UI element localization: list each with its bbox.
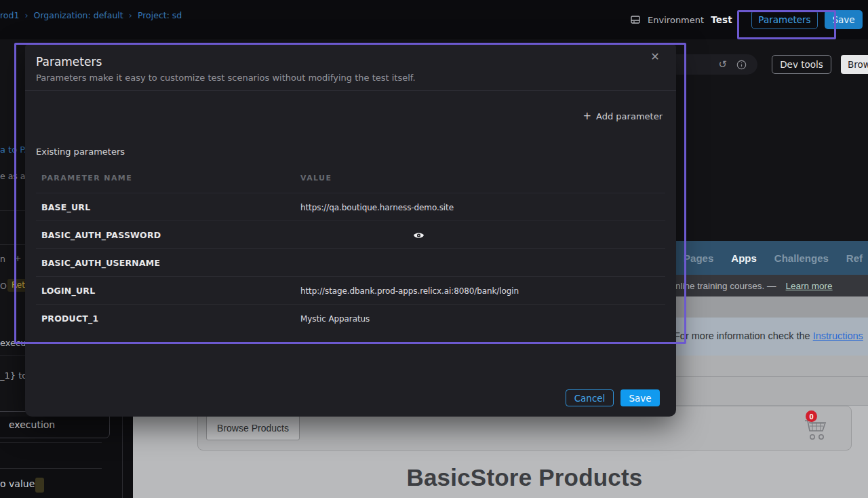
column-header-name: PARAMETER NAME [41, 174, 132, 183]
tab-reference[interactable]: Ref [846, 252, 863, 264]
learn-more-link[interactable]: Learn more [786, 281, 833, 291]
undo-icon[interactable]: ↺ [718, 60, 727, 70]
cancel-button[interactable]: Cancel [566, 389, 614, 406]
sidebar-text-fragment: e as a [0, 171, 25, 181]
parameters-table: BASE_URL https://qa.boutique.harness-dem… [36, 193, 665, 332]
modal-footer: Cancel Save [566, 389, 660, 406]
sidebar-divider [0, 244, 25, 245]
table-row[interactable]: PRODUCT_1 Mystic Apparatus [36, 305, 665, 332]
instructions-link[interactable]: Instructions [813, 330, 863, 341]
dev-tools-button[interactable]: Dev tools [772, 55, 831, 74]
eye-icon[interactable] [410, 227, 427, 244]
tab-challenges[interactable]: Challenges [774, 252, 829, 264]
modal-subtitle: Parameters make it easy to customize tes… [36, 73, 416, 83]
save-button-modal[interactable]: Save [620, 389, 660, 406]
table-row[interactable]: LOGIN_URL http://stage.dbank.prod-apps.r… [36, 277, 665, 305]
sidebar-text-fragment: O [0, 281, 7, 291]
parameter-name: BASIC_AUTH_USERNAME [41, 258, 160, 268]
value-highlight-chip [35, 478, 44, 493]
chevron-right-icon: › [129, 10, 132, 20]
parameters-modal: ✕ Parameters Parameters make it easy to … [25, 45, 676, 417]
close-icon[interactable]: ✕ [648, 49, 663, 64]
execution-dropdown-label: execution [2, 419, 55, 430]
breadcrumb-item-organization[interactable]: Organization: default [34, 10, 123, 20]
store-heading: BasicStore Products [197, 464, 852, 491]
tab-apps[interactable]: Apps [731, 252, 757, 264]
environment-value[interactable]: Test [711, 14, 732, 25]
parameters-button[interactable]: Parameters [751, 10, 818, 29]
plus-icon[interactable]: + [14, 253, 21, 263]
panel-vertical-divider [122, 417, 123, 498]
table-row[interactable]: BASE_URL https://qa.boutique.harness-dem… [36, 193, 665, 221]
history-toolbar: ↺ [665, 54, 757, 75]
sidebar-link-fragment[interactable]: a to P. [0, 145, 26, 155]
browser-button[interactable]: Brow [841, 55, 868, 74]
table-row[interactable]: BASIC_AUTH_PASSWORD [36, 221, 665, 249]
browse-products-button[interactable]: Browse Products [206, 415, 300, 440]
add-parameter-label: Add parameter [596, 111, 663, 121]
add-parameter-button[interactable]: + Add parameter [583, 110, 663, 122]
left-panel: execution o value [0, 417, 133, 498]
instructions-text: For more information check the [674, 330, 813, 341]
parameters-table-header: PARAMETER NAME VALUE [25, 174, 676, 193]
top-bar: rod1 › Organization: default › Project: … [0, 0, 868, 39]
panel-divider [0, 468, 102, 469]
value-label-fragment: o value [0, 478, 35, 489]
chevron-right-icon: › [24, 10, 28, 20]
banner-text: nline training courses. — [675, 281, 776, 291]
save-button-top[interactable]: Save [825, 10, 863, 29]
sidebar-text-fragment: n [0, 254, 5, 264]
parameter-value: https://qa.boutique.harness-demo.site [300, 203, 454, 212]
parameter-name: PRODUCT_1 [41, 313, 98, 324]
parameter-name: BASE_URL [41, 202, 90, 212]
breadcrumb-item-project[interactable]: Project: sd [138, 10, 182, 20]
parameter-value: http://stage.dbank.prod-apps.relicx.ai:8… [300, 286, 519, 296]
sidebar-divider [0, 210, 25, 211]
breadcrumb-item-account[interactable]: rod1 [0, 10, 19, 20]
store-tabs: Pages Apps Challenges Ref [684, 241, 863, 275]
cart-badge: 0 [806, 410, 817, 422]
sidebar-divider [0, 355, 25, 356]
panel-divider [0, 442, 102, 443]
cart-icon[interactable]: 0 [804, 417, 829, 442]
environment-label: Environment [648, 15, 704, 25]
info-icon[interactable] [736, 60, 747, 70]
table-row[interactable]: BASIC_AUTH_USERNAME [36, 249, 665, 277]
plus-icon: + [583, 110, 591, 122]
breadcrumb: rod1 › Organization: default › Project: … [0, 9, 182, 20]
modal-divider [25, 90, 676, 91]
modal-title: Parameters [36, 55, 102, 69]
tab-pages[interactable]: Pages [684, 252, 713, 264]
environment-icon [630, 14, 641, 25]
app-root: Pages Apps Challenges Ref nline training… [0, 0, 868, 498]
parameter-name: LOGIN_URL [41, 286, 95, 296]
column-header-value: VALUE [300, 174, 332, 183]
topbar-actions: Environment Test Parameters Save [630, 0, 863, 39]
store-body: Browse Products 0 BasicStore Products [133, 406, 868, 498]
parameter-name: BASIC_AUTH_PASSWORD [41, 230, 161, 240]
existing-parameters-label: Existing parameters [36, 147, 125, 157]
parameter-value: Mystic Apparatus [300, 314, 370, 324]
